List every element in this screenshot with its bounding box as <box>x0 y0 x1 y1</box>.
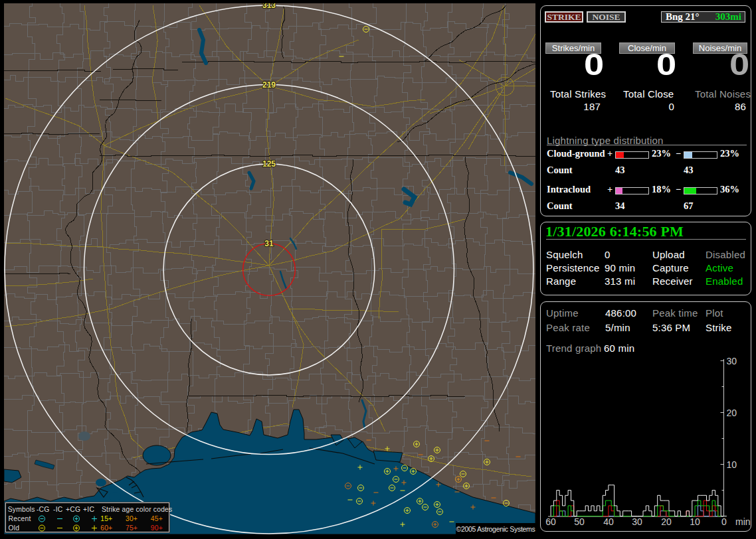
svg-text:219: 219 <box>262 80 276 90</box>
svg-text:10: 10 <box>690 516 700 527</box>
svg-text:40: 40 <box>603 516 614 527</box>
svg-text:313: 313 <box>262 3 276 10</box>
svg-text:0: 0 <box>721 516 727 527</box>
svg-text:50: 50 <box>574 516 585 527</box>
svg-text:20: 20 <box>727 408 737 418</box>
svg-text:60: 60 <box>545 516 556 527</box>
svg-text:10: 10 <box>727 459 737 470</box>
svg-text:30: 30 <box>632 516 642 527</box>
svg-text:125: 125 <box>262 159 276 169</box>
svg-text:20: 20 <box>661 516 672 527</box>
svg-text:31: 31 <box>264 239 274 248</box>
svg-text:30: 30 <box>727 356 737 366</box>
svg-text:min: min <box>735 516 751 527</box>
